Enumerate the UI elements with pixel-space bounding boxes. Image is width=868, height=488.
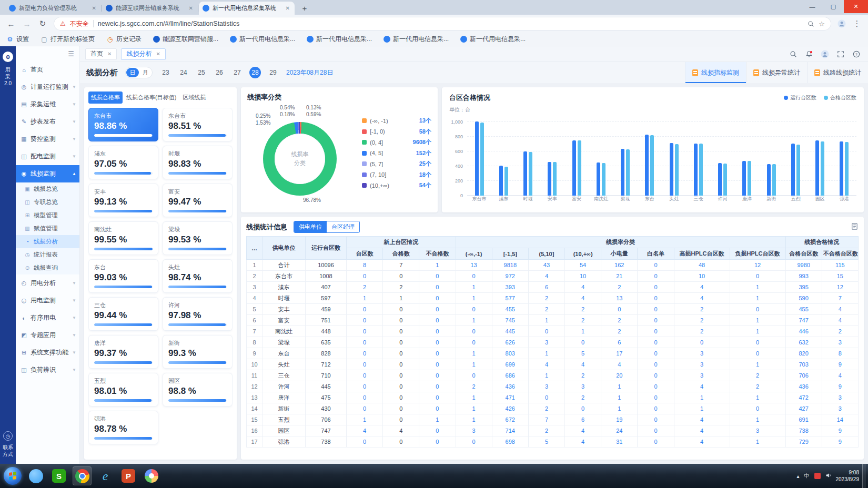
value-cell[interactable]: 2 <box>674 315 730 326</box>
value-cell[interactable]: 0 <box>638 348 674 359</box>
value-cell[interactable]: 2 <box>528 304 564 315</box>
table-row[interactable]: 14新街43000014262010104273 <box>247 403 859 414</box>
help-icon[interactable]: ? <box>850 48 863 60</box>
value-cell[interactable]: 6 <box>528 282 564 293</box>
value-cell[interactable]: 0 <box>347 337 383 348</box>
value-cell[interactable]: 0 <box>419 403 456 414</box>
value-cell[interactable]: 0 <box>638 414 674 425</box>
value-cell[interactable]: 395 <box>785 282 822 293</box>
value-cell[interactable]: 1 <box>730 326 785 337</box>
value-cell[interactable]: 446 <box>785 326 822 337</box>
value-cell[interactable]: 1 <box>601 403 638 414</box>
value-cell[interactable]: 691 <box>785 414 822 425</box>
value-cell[interactable]: 4 <box>674 282 730 293</box>
value-cell[interactable]: 1 <box>456 282 492 293</box>
tray-caret-icon[interactable]: ▴ <box>796 473 799 479</box>
table-row[interactable]: 11三仓710000068612200327064 <box>247 370 859 381</box>
screen-icon[interactable] <box>834 48 847 60</box>
rate-card[interactable]: 东台市98.51 % <box>163 108 233 141</box>
maximize-button[interactable]: ▢ <box>823 0 844 13</box>
app-paint[interactable] <box>142 466 161 485</box>
value-cell[interactable]: 2 <box>730 370 785 381</box>
value-cell[interactable]: 17 <box>601 348 638 359</box>
value-cell[interactable]: 3 <box>456 425 492 436</box>
value-cell[interactable]: 0 <box>456 337 492 348</box>
value-cell[interactable]: 2 <box>565 315 601 326</box>
value-cell[interactable]: 0 <box>730 337 785 348</box>
table-row[interactable]: 17弶港738000069854310417299 <box>247 436 859 448</box>
tab-close-icon[interactable]: ✕ <box>107 51 112 57</box>
value-cell[interactable]: 2 <box>601 282 638 293</box>
rate-card[interactable]: 东台市98.86 % <box>88 108 158 141</box>
sidebar-item[interactable]: ⌂首页 <box>16 61 79 78</box>
value-cell[interactable]: 5 <box>528 436 564 448</box>
workspace-tab[interactable]: 线损分析✕ <box>121 48 165 60</box>
value-cell[interactable]: 0 <box>638 359 674 370</box>
value-cell[interactable]: 0 <box>419 304 456 315</box>
sidebar-subitem[interactable]: ⊞模型管理 <box>16 209 79 222</box>
value-cell[interactable]: 3 <box>730 425 785 436</box>
close-button[interactable]: ✕ <box>844 0 868 13</box>
tab-close-icon[interactable]: ✕ <box>188 5 194 11</box>
rate-card[interactable]: 时堰98.83 % <box>163 146 233 179</box>
value-cell[interactable]: 0 <box>638 337 674 348</box>
app-ie[interactable]: e <box>96 466 115 485</box>
value-cell[interactable]: 0 <box>419 282 456 293</box>
value-cell[interactable]: 0 <box>347 304 383 315</box>
sidebar-subitem[interactable]: ◔线损分析 <box>16 235 79 248</box>
value-cell[interactable]: 0 <box>730 403 785 414</box>
value-cell[interactable]: 15 <box>822 271 858 282</box>
value-cell[interactable]: 0 <box>638 370 674 381</box>
bookmark-item[interactable]: ▢打开新的标签页 <box>41 35 95 44</box>
sidebar-item[interactable]: ◐有序用电▼ <box>16 309 79 327</box>
table-row[interactable]: 1合计100968711398184354162048129980115 <box>247 260 859 271</box>
value-cell[interactable]: 0 <box>347 403 383 414</box>
value-cell[interactable]: 820 <box>785 348 822 359</box>
value-cell[interactable]: 0 <box>419 326 456 337</box>
value-cell[interactable]: 4 <box>674 293 730 304</box>
value-cell[interactable]: 1 <box>528 370 564 381</box>
value-cell[interactable]: 0 <box>638 381 674 392</box>
rate-card[interactable]: 富安99.47 % <box>163 184 233 217</box>
value-cell[interactable]: 54 <box>565 260 601 271</box>
value-cell[interactable]: 1 <box>528 348 564 359</box>
value-cell[interactable]: 2 <box>528 403 564 414</box>
value-cell[interactable]: 1 <box>419 414 456 425</box>
value-cell[interactable]: 1 <box>456 414 492 425</box>
app-s[interactable]: S <box>49 466 68 485</box>
day-pill[interactable]: 23 <box>160 67 171 78</box>
bell-icon[interactable] <box>803 48 815 60</box>
value-cell[interactable]: 0 <box>730 304 785 315</box>
sidebar-item[interactable]: ◫配电监测▼ <box>16 148 79 165</box>
value-cell[interactable]: 1 <box>565 326 601 337</box>
browser-tab[interactable]: 新一代用电信息采集系统✕ <box>199 2 295 15</box>
value-cell[interactable]: 0 <box>638 425 674 436</box>
rate-card[interactable]: 五烈98.01 % <box>88 373 158 406</box>
value-cell[interactable]: 2 <box>822 326 858 337</box>
table-scope-option[interactable]: 台区经理 <box>327 221 359 232</box>
forward-icon[interactable]: → <box>22 19 32 28</box>
rate-card[interactable]: 弶港98.78 % <box>88 411 158 444</box>
back-icon[interactable]: ← <box>6 19 16 28</box>
value-cell[interactable]: 12 <box>822 282 858 293</box>
new-tab-button[interactable]: + <box>298 3 311 13</box>
value-cell[interactable]: 1 <box>456 293 492 304</box>
value-cell[interactable]: 393 <box>492 282 528 293</box>
value-cell[interactable]: 43 <box>528 260 564 271</box>
value-cell[interactable]: 3 <box>822 403 858 414</box>
value-cell[interactable]: 115 <box>822 260 858 271</box>
sidebar-item[interactable]: ◫负荷辨识▼ <box>16 361 79 379</box>
contact-link[interactable]: 联系方式 <box>2 444 14 458</box>
value-cell[interactable]: 2 <box>565 370 601 381</box>
value-cell[interactable]: 1 <box>419 260 456 271</box>
value-cell[interactable]: 590 <box>785 293 822 304</box>
rate-card[interactable]: 许河97.98 % <box>163 297 233 331</box>
value-cell[interactable]: 1 <box>674 392 730 403</box>
value-cell[interactable]: 0 <box>638 392 674 403</box>
value-cell[interactable]: 0 <box>638 260 674 271</box>
value-cell[interactable]: 0 <box>419 348 456 359</box>
value-cell[interactable]: 0 <box>674 337 730 348</box>
day-pill[interactable]: 24 <box>178 67 189 78</box>
rate-panel-tab[interactable]: 线损合格率(目标值) <box>124 92 179 104</box>
value-cell[interactable]: 2 <box>528 425 564 436</box>
